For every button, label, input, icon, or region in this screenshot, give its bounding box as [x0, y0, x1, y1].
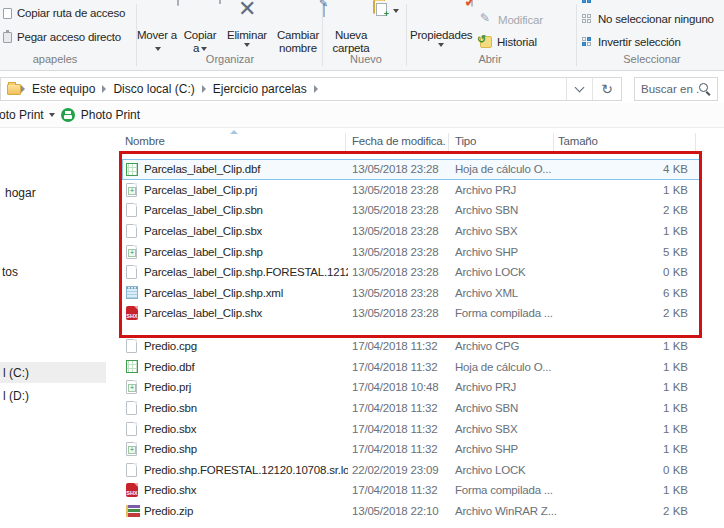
breadcrumb-item[interactable]: Ejercicio parcelas	[206, 82, 314, 96]
file-icon-cell: SHX	[122, 483, 144, 497]
copy-to-label: Copiar a	[184, 29, 217, 54]
file-icon-cell: SHX	[122, 306, 144, 320]
refresh-button[interactable]	[592, 78, 621, 100]
file-modified-date: 13/05/2018 23:28	[348, 184, 451, 196]
file-icon-cell	[122, 360, 144, 373]
file-row[interactable]: Predio.dbf17/04/2018 11:32Hoja de cálcul…	[122, 357, 700, 378]
photoprint-toolbar: oto Print Photo Print	[0, 103, 724, 128]
file-modified-date: 17/04/2018 11:32	[348, 484, 451, 496]
file-row[interactable]: Predio.shp.FORESTAL.12120.10708.sr.lock2…	[122, 460, 700, 481]
invert-selection-icon	[582, 37, 593, 48]
select-all-icon[interactable]	[582, 0, 593, 5]
file-row[interactable]: SHXParcelas_label_Clip.shx13/05/2018 23:…	[122, 303, 700, 324]
chevron-down-icon	[155, 47, 161, 51]
file-name: Predio.sbn	[144, 402, 348, 414]
file-icon-cell	[122, 265, 144, 279]
chevron-down-icon[interactable]	[393, 9, 399, 13]
calc-icon	[126, 360, 138, 373]
file-type: Forma compilada ...	[451, 307, 561, 319]
chevron-down-icon[interactable]	[49, 113, 55, 117]
group-label-new: Nuevo	[326, 53, 406, 65]
paste-shortcut-label: Pegar acceso directo	[17, 31, 121, 43]
search-input[interactable]: Buscar en ...	[634, 77, 718, 101]
file-row[interactable]: Parcelas_label_Clip.dbf13/05/2018 23:28H…	[122, 159, 700, 180]
file-size: 2 KB	[561, 307, 700, 319]
history-icon	[480, 36, 492, 48]
file-row[interactable]: Predio.prj17/04/2018 10:48Archivo PRJ1 K…	[122, 377, 700, 398]
address-bar[interactable]: Este equipoDisco local (C:)Ejercicio par…	[0, 77, 622, 101]
history-button[interactable]: Historial	[480, 36, 537, 48]
file-modified-date: 17/04/2018 11:32	[348, 423, 451, 435]
edit-button[interactable]: Modificar	[480, 13, 543, 26]
rename-icon	[323, 3, 325, 17]
copy-path-button[interactable]: Copiar ruta de acceso	[3, 7, 125, 19]
file-icon-cell	[122, 203, 144, 217]
sidebar-item-local-disk-d[interactable]: l (D:)	[3, 389, 29, 403]
photoprint-menu[interactable]: oto Print	[0, 108, 44, 122]
file-icon-cell	[122, 183, 144, 197]
file-icon-cell	[122, 224, 144, 238]
file-row[interactable]: Parcelas_label_Clip.shp.FORESTAL.12120..…	[122, 262, 700, 283]
edit-icon	[480, 13, 493, 26]
breadcrumb-item[interactable]: Este equipo	[25, 82, 102, 96]
column-header-date[interactable]: Fecha de modifica...	[352, 135, 446, 147]
file-row[interactable]: Predio.sbx17/04/2018 11:32Archivo SBX1 K…	[122, 418, 700, 439]
file-row[interactable]: Parcelas_label_Clip.sbn13/05/2018 23:28A…	[122, 200, 700, 221]
explorer-window: Copiar ruta de acceso Pegar acceso direc…	[0, 0, 724, 528]
file-icon	[126, 203, 137, 217]
delete-label: Eliminar	[227, 29, 267, 41]
delete-icon	[238, 0, 256, 21]
column-separator[interactable]	[553, 133, 554, 152]
history-label: Historial	[497, 36, 537, 48]
select-none-button[interactable]: No seleccionar ninguno	[582, 13, 714, 25]
paste-shortcut-button[interactable]: Pegar acceso directo	[3, 31, 121, 43]
file-name: Predio.zip	[144, 505, 348, 517]
invert-selection-button[interactable]: Invertir selección	[582, 36, 681, 48]
breadcrumb-item[interactable]: Disco local (C:)	[106, 82, 201, 96]
file-row[interactable]: Predio.zip13/05/2018 22:10Archivo WinRAR…	[122, 501, 700, 522]
sidebar-item-documents[interactable]: tos	[2, 265, 18, 279]
file-row[interactable]: Parcelas_label_Clip.sbx13/05/2018 23:28A…	[122, 221, 700, 242]
file-name: Predio.cpg	[144, 340, 348, 352]
file-row[interactable]: Predio.sbn17/04/2018 11:32Archivo SBN1 K…	[122, 398, 700, 419]
sidebar-item-homegroup[interactable]: hogar	[5, 186, 36, 200]
file-modified-date: 17/04/2018 11:32	[348, 443, 451, 455]
address-dropdown-button[interactable]	[566, 78, 592, 100]
file-row[interactable]: Predio.shp17/04/2018 11:32Archivo SHP1 K…	[122, 439, 700, 460]
winrar-icon	[126, 505, 140, 517]
file-icon-cell	[122, 505, 144, 517]
column-separator[interactable]	[695, 133, 696, 152]
file-size: 1 KB	[561, 225, 700, 237]
paste-shortcut-icon	[3, 32, 12, 43]
file-name: Parcelas_label_Clip.shp.xml	[144, 287, 348, 299]
file-type: Archivo CPG	[451, 340, 561, 352]
file-name: Parcelas_label_Clip.shx	[144, 307, 348, 319]
file-type: Archivo SBN	[451, 402, 561, 414]
column-separator[interactable]	[448, 133, 449, 152]
file-modified-date: 17/04/2018 10:48	[348, 381, 451, 393]
column-header-name[interactable]: Nombre	[125, 135, 225, 147]
file-icon	[126, 339, 137, 353]
photoprint-button[interactable]: Photo Print	[81, 108, 140, 122]
file-row[interactable]: Parcelas_label_Clip.prj13/05/2018 23:28A…	[122, 180, 700, 201]
refresh-icon	[601, 82, 613, 96]
photoprint-icon	[61, 108, 75, 122]
column-header-type[interactable]: Tipo	[455, 135, 545, 147]
file-row[interactable]: Predio.cpg17/04/2018 11:32Archivo CPG1 K…	[122, 336, 700, 357]
sidebar-item-local-disk-c[interactable]: l (C:)	[3, 366, 29, 380]
column-header-size[interactable]: Tamaño	[558, 135, 638, 147]
file-size: 1 KB	[561, 361, 700, 373]
file-size: 1 KB	[561, 443, 700, 455]
fileplus-icon	[126, 245, 137, 259]
new-item-icon[interactable]	[376, 3, 387, 16]
file-type: Archivo PRJ	[451, 381, 561, 393]
file-row[interactable]: Parcelas_label_Clip.shp13/05/2018 23:28A…	[122, 241, 700, 262]
file-modified-date: 17/04/2018 11:32	[348, 402, 451, 414]
file-size: 1 KB	[561, 484, 700, 496]
column-separator[interactable]	[345, 133, 346, 152]
group-label-organize: Organizar	[150, 53, 310, 65]
file-size: 2 KB	[561, 204, 700, 216]
file-row[interactable]: Parcelas_label_Clip.shp.xml13/05/2018 23…	[122, 283, 700, 304]
breadcrumb: Este equipoDisco local (C:)Ejercicio par…	[21, 82, 318, 96]
file-row[interactable]: SHXPredio.shx17/04/2018 11:32Forma compi…	[122, 480, 700, 501]
